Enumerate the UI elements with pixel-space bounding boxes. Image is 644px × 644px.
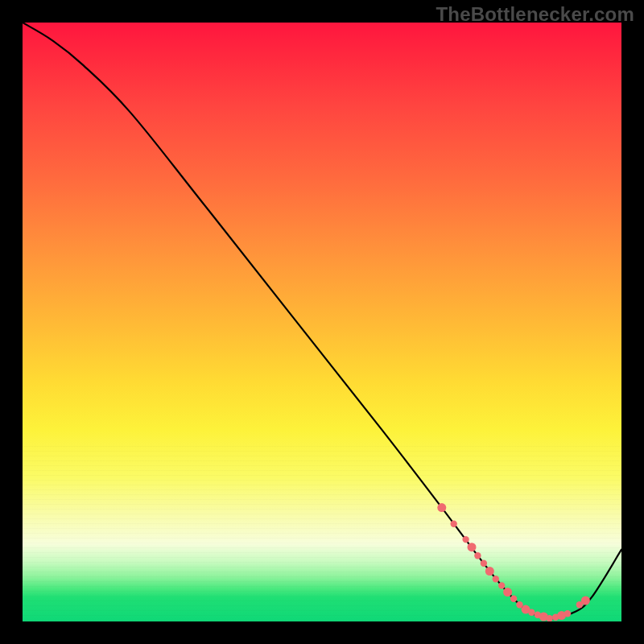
- curve-layer: [23, 23, 621, 621]
- marker-dot: [481, 560, 487, 567]
- marker-dot: [437, 503, 446, 512]
- marker-dot: [510, 596, 517, 602]
- watermark-text: TheBottlenecker.com: [436, 3, 634, 26]
- plot-area: [23, 23, 621, 621]
- main-curve: [23, 23, 621, 618]
- marker-dot: [493, 576, 499, 582]
- marker-dot: [528, 609, 535, 616]
- marker-dot: [468, 543, 477, 551]
- marker-dot: [581, 597, 590, 605]
- marker-dot: [503, 588, 512, 597]
- chart-stage: TheBottlenecker.com: [0, 0, 644, 644]
- marker-dot: [462, 536, 469, 543]
- marker-group: [437, 503, 590, 621]
- marker-dot: [474, 552, 481, 559]
- marker-dot: [564, 610, 571, 617]
- marker-dot: [451, 521, 457, 527]
- marker-dot: [498, 582, 505, 588]
- marker-dot: [485, 567, 494, 576]
